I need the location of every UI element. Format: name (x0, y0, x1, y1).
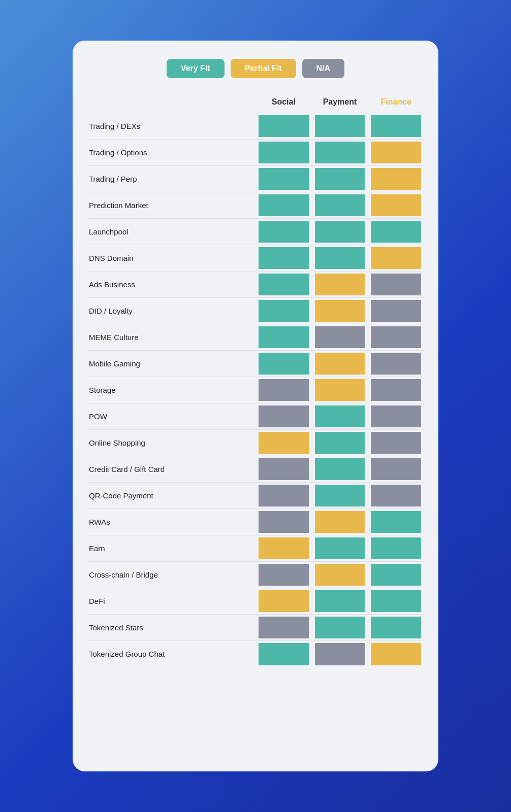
row-label: DID / Loyalty (87, 298, 256, 324)
cell-finance (368, 113, 424, 140)
table-row: MEME Culture (87, 324, 424, 351)
cell-finance (368, 298, 424, 324)
row-label: Prediction Market (87, 192, 256, 219)
table-row: Cross-chain / Bridge (87, 562, 424, 588)
cell-finance (368, 509, 424, 535)
cell-social (256, 562, 312, 588)
cell-payment (312, 140, 368, 166)
cell-social (256, 588, 312, 615)
table-wrapper: Social Payment Finance Trading / DEXsTra… (87, 92, 424, 667)
table-row: Trading / Options (87, 140, 424, 166)
table-row: Mobile Gaming (87, 351, 424, 377)
table-row: RWAs (87, 509, 424, 535)
table-row: Tokenized Group Chat (87, 641, 424, 667)
cell-social (256, 272, 312, 298)
cell-social (256, 535, 312, 562)
row-label: Trading / Perp (87, 166, 256, 192)
fit-table: Social Payment Finance Trading / DEXsTra… (87, 92, 424, 667)
cell-payment (312, 456, 368, 483)
table-row: Earn (87, 535, 424, 562)
table-row: Prediction Market (87, 192, 424, 219)
cell-social (256, 403, 312, 430)
cell-finance (368, 166, 424, 192)
cell-finance (368, 430, 424, 456)
table-row: POW (87, 403, 424, 430)
cell-finance (368, 377, 424, 403)
cell-payment (312, 562, 368, 588)
cell-payment (312, 509, 368, 535)
cell-finance (368, 535, 424, 562)
row-label: POW (87, 403, 256, 430)
cell-social (256, 377, 312, 403)
row-label: Storage (87, 377, 256, 403)
row-label: DeFi (87, 588, 256, 615)
cell-payment (312, 483, 368, 509)
cell-social (256, 509, 312, 535)
row-label: Cross-chain / Bridge (87, 562, 256, 588)
legend-partial-fit[interactable]: Partial Fit (231, 59, 296, 78)
cell-finance (368, 456, 424, 483)
cell-social (256, 113, 312, 140)
cell-finance (368, 351, 424, 377)
cell-social (256, 641, 312, 667)
cell-payment (312, 272, 368, 298)
cell-social (256, 298, 312, 324)
cell-finance (368, 483, 424, 509)
col-header-label (87, 92, 256, 113)
cell-social (256, 245, 312, 272)
col-header-payment: Payment (312, 92, 368, 113)
cell-finance (368, 272, 424, 298)
row-label: Online Shopping (87, 430, 256, 456)
cell-payment (312, 377, 368, 403)
row-label: Earn (87, 535, 256, 562)
cell-payment (312, 641, 368, 667)
cell-social (256, 615, 312, 641)
table-row: Trading / DEXs (87, 113, 424, 140)
row-label: Launchpool (87, 219, 256, 245)
table-row: QR-Code Payment (87, 483, 424, 509)
cell-payment (312, 298, 368, 324)
cell-finance (368, 588, 424, 615)
table-row: DNS Domain (87, 245, 424, 272)
cell-payment (312, 430, 368, 456)
cell-social (256, 219, 312, 245)
cell-payment (312, 351, 368, 377)
col-header-finance: Finance (368, 92, 424, 113)
cell-payment (312, 245, 368, 272)
row-label: Tokenized Stars (87, 615, 256, 641)
cell-payment (312, 192, 368, 219)
table-row: Tokenized Stars (87, 615, 424, 641)
cell-social (256, 192, 312, 219)
cell-social (256, 166, 312, 192)
row-label: Mobile Gaming (87, 351, 256, 377)
cell-payment (312, 403, 368, 430)
table-row: Trading / Perp (87, 166, 424, 192)
table-row: Launchpool (87, 219, 424, 245)
legend-na[interactable]: N/A (302, 59, 345, 78)
col-header-social: Social (256, 92, 312, 113)
cell-social (256, 140, 312, 166)
cell-social (256, 456, 312, 483)
cell-payment (312, 219, 368, 245)
cell-finance (368, 192, 424, 219)
row-label: Tokenized Group Chat (87, 641, 256, 667)
table-row: Storage (87, 377, 424, 403)
row-label: MEME Culture (87, 324, 256, 351)
table-row: DID / Loyalty (87, 298, 424, 324)
legend-very-fit[interactable]: Very Fit (167, 59, 225, 78)
cell-payment (312, 588, 368, 615)
cell-finance (368, 403, 424, 430)
cell-finance (368, 324, 424, 351)
cell-finance (368, 615, 424, 641)
row-label: Trading / DEXs (87, 113, 256, 140)
row-label: Ads Business (87, 272, 256, 298)
cell-social (256, 483, 312, 509)
row-label: RWAs (87, 509, 256, 535)
cell-payment (312, 113, 368, 140)
table-row: DeFi (87, 588, 424, 615)
row-label: QR-Code Payment (87, 483, 256, 509)
cell-finance (368, 562, 424, 588)
cell-payment (312, 535, 368, 562)
cell-finance (368, 140, 424, 166)
table-row: Ads Business (87, 272, 424, 298)
